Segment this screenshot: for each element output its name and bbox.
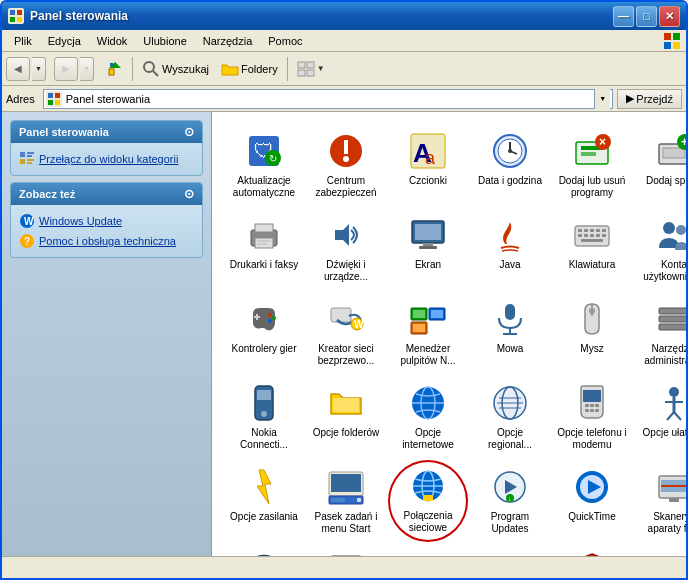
menu-plik[interactable]: Plik bbox=[6, 33, 40, 49]
icon-mysz[interactable]: Mysz bbox=[552, 292, 632, 374]
svg-rect-69 bbox=[596, 229, 600, 232]
konta-icon bbox=[654, 215, 686, 255]
title-bar: Panel sterowania — □ ✕ bbox=[2, 2, 686, 30]
go-label: Przejdź bbox=[636, 93, 673, 105]
drukarki-label: Drukarki i faksy bbox=[230, 259, 298, 271]
icon-system[interactable]: System bbox=[306, 544, 386, 556]
sidebar-section-panel-header[interactable]: Panel sterowania ⊙ bbox=[11, 121, 202, 143]
close-button[interactable]: ✕ bbox=[659, 6, 680, 27]
search-button[interactable]: Wyszukaj bbox=[137, 55, 214, 83]
dzwieki-label: Dźwięki i urządze... bbox=[311, 259, 381, 283]
icon-dzwieki[interactable]: Dźwięki i urządze... bbox=[306, 208, 386, 290]
views-button[interactable]: ▼ bbox=[292, 55, 330, 83]
icon-polaczenia[interactable]: Połączenia sieciowe bbox=[388, 460, 468, 542]
icon-klawiatura[interactable]: Klawiatura bbox=[552, 208, 632, 290]
icon-opcje-folderow[interactable]: Opcje folderów bbox=[306, 376, 386, 458]
icon-mowa[interactable]: Mowa bbox=[470, 292, 550, 374]
svg-marker-60 bbox=[335, 224, 349, 246]
icon-narzedzia[interactable]: Narzędzia administrac... bbox=[634, 292, 686, 374]
program-updates-label: Program Updates bbox=[475, 511, 545, 535]
icon-czcionki[interactable]: A a Czcionki bbox=[388, 124, 468, 206]
icon-zapora[interactable]: Zapora syste... bbox=[552, 544, 632, 556]
svg-rect-48 bbox=[581, 152, 596, 156]
search-icon bbox=[142, 60, 160, 78]
svg-rect-1 bbox=[17, 10, 22, 15]
svg-rect-72 bbox=[584, 234, 588, 237]
back-button[interactable]: ◀ bbox=[6, 57, 30, 81]
menu-ulubione[interactable]: Ulubione bbox=[135, 33, 194, 49]
data-label: Data i godzina bbox=[478, 175, 542, 187]
icon-opcje-telefonu[interactable]: Opcje telefonu i modemu bbox=[552, 376, 632, 458]
back-dropdown[interactable]: ▼ bbox=[32, 57, 46, 81]
icon-centrum[interactable]: Centrum zabezpieczeń bbox=[306, 124, 386, 206]
svg-rect-116 bbox=[595, 409, 599, 412]
icon-pasek-zadan[interactable]: Pasek zadań i menu Start bbox=[306, 460, 386, 542]
icon-opcje-regional[interactable]: Opcje regional... bbox=[470, 376, 550, 458]
menu-pomoc[interactable]: Pomoc bbox=[260, 33, 310, 49]
sidebar-section-see-header[interactable]: Zobacz też ⊙ bbox=[11, 183, 202, 205]
narzedzia-label: Narzędzia administrac... bbox=[639, 343, 686, 367]
drukarki-icon bbox=[244, 215, 284, 255]
svg-rect-23 bbox=[27, 155, 32, 157]
icon-zaplanowane[interactable]: Zaplanowane zadania bbox=[470, 544, 550, 556]
folders-button[interactable]: Foldery bbox=[216, 55, 283, 83]
sidebar-link-windows-update[interactable]: W Windows Update bbox=[19, 211, 194, 231]
svg-point-82 bbox=[272, 316, 276, 320]
window-controls: — □ ✕ bbox=[613, 6, 680, 27]
svg-text:↻: ↻ bbox=[269, 153, 277, 164]
icon-aktualizacje[interactable]: 🛡 ↻ Aktualizacje automatyczne bbox=[224, 124, 304, 206]
svg-rect-4 bbox=[664, 33, 671, 40]
go-button[interactable]: ▶ Przejdź bbox=[617, 89, 682, 109]
sidebar-link-kategorie-text: Przełącz do widoku kategorii bbox=[39, 153, 178, 165]
opcje-regional-label: Opcje regional... bbox=[475, 427, 545, 451]
icon-opcje-inet[interactable]: Opcje internetowe bbox=[388, 376, 468, 458]
java-label: Java bbox=[499, 259, 520, 271]
windows-update-icon: W bbox=[19, 213, 35, 229]
icon-dodaj-usun[interactable]: × Dodaj lub usuń programy bbox=[552, 124, 632, 206]
icon-opcje-zasilania[interactable]: Opcje zasilania bbox=[224, 460, 304, 542]
svg-text:↓: ↓ bbox=[508, 495, 512, 502]
minimize-button[interactable]: — bbox=[613, 6, 634, 27]
svg-text:a: a bbox=[425, 148, 436, 168]
forward-button[interactable]: ▶ bbox=[54, 57, 78, 81]
address-input[interactable]: Panel sterowania ▼ bbox=[43, 89, 614, 109]
svg-point-11 bbox=[144, 62, 154, 72]
icon-drukarki[interactable]: Drukarki i faksy bbox=[224, 208, 304, 290]
icon-sound-effect[interactable]: Sound Effect Manager bbox=[224, 544, 304, 556]
sidebar-panel-collapse: ⊙ bbox=[184, 125, 194, 139]
maximize-button[interactable]: □ bbox=[636, 6, 657, 27]
icon-kontrolery[interactable]: Kontrolery gier bbox=[224, 292, 304, 374]
menu-edycja[interactable]: Edycja bbox=[40, 33, 89, 49]
up-button[interactable] bbox=[102, 55, 128, 83]
windows-flag-icon bbox=[662, 31, 682, 51]
forward-dropdown[interactable]: ▼ bbox=[80, 57, 94, 81]
icon-dodaj-sprzet[interactable]: + Dodaj sprzęt bbox=[634, 124, 686, 206]
quicktime-icon bbox=[572, 467, 612, 507]
czcionki-icon: A a bbox=[408, 131, 448, 171]
sidebar-see-body: W Windows Update ? Pomoc i obsługa te bbox=[11, 205, 202, 257]
sidebar-link-help[interactable]: ? Pomoc i obsługa techniczna bbox=[19, 231, 194, 251]
address-dropdown-btn[interactable]: ▼ bbox=[594, 89, 610, 109]
icon-konta[interactable]: Konta użytkowników bbox=[634, 208, 686, 290]
main-panel: 🛡 ↻ Aktualizacje automatyczne bbox=[212, 112, 686, 556]
icon-kreator[interactable]: W Kreator sieci bezprzewo... bbox=[306, 292, 386, 374]
konta-label: Konta użytkowników bbox=[639, 259, 686, 283]
icon-menedzer[interactable]: Menedżer pulpitów N... bbox=[388, 292, 468, 374]
svg-rect-6 bbox=[664, 42, 671, 49]
search-label: Wyszukaj bbox=[162, 63, 209, 75]
icon-java[interactable]: Java bbox=[470, 208, 550, 290]
icon-opcje-ulatwien[interactable]: Opcje ułatwi... bbox=[634, 376, 686, 458]
icon-data[interactable]: Data i godzina bbox=[470, 124, 550, 206]
icon-quicktime[interactable]: QuickTime bbox=[552, 460, 632, 542]
menu-narzedzia[interactable]: Narzędzia bbox=[195, 33, 261, 49]
icon-program-updates[interactable]: ↓ Program Updates bbox=[470, 460, 550, 542]
menu-widok[interactable]: Widok bbox=[89, 33, 136, 49]
icon-nokia[interactable]: Nokia Connecti... bbox=[224, 376, 304, 458]
svg-rect-7 bbox=[673, 42, 680, 49]
svg-rect-22 bbox=[27, 152, 34, 154]
icon-ekran[interactable]: Ekran bbox=[388, 208, 468, 290]
icon-skanery[interactable]: Skanery i aparaty fo... bbox=[634, 460, 686, 542]
icon-cardspace[interactable]: Windows CardSpace bbox=[388, 544, 468, 556]
svg-point-103 bbox=[261, 411, 267, 417]
sidebar-link-kategorie[interactable]: Przełącz do widoku kategorii bbox=[19, 149, 194, 169]
